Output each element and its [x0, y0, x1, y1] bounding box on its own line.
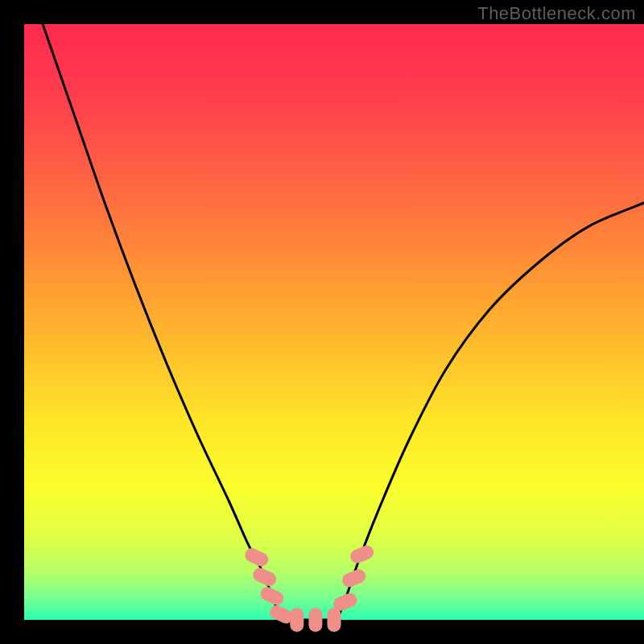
- chart-svg: [0, 0, 644, 644]
- marker-4: [290, 608, 303, 632]
- marker-6: [328, 608, 341, 632]
- marker-5: [308, 608, 322, 632]
- chart-stage: TheBottleneck.com: [0, 0, 644, 644]
- watermark-text: TheBottleneck.com: [477, 3, 636, 24]
- plot-background: [24, 24, 644, 620]
